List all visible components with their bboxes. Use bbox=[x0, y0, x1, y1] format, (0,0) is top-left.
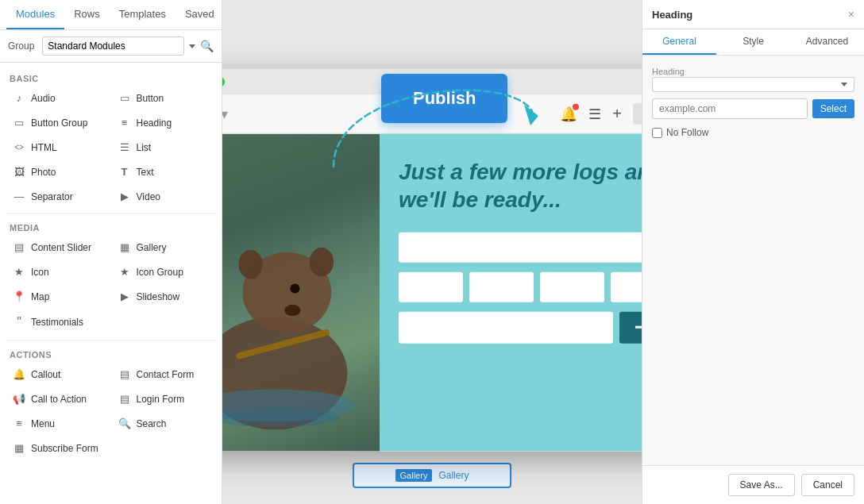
module-video[interactable]: ▶ Video bbox=[112, 185, 216, 208]
right-panel-close-button[interactable]: × bbox=[848, 8, 854, 21]
section-actions-label: Actions bbox=[0, 345, 222, 363]
popup-grid-cell-1[interactable] bbox=[399, 271, 463, 302]
module-separator-label: Separator bbox=[31, 191, 73, 202]
tab-general[interactable]: General bbox=[642, 29, 716, 55]
module-photo[interactable]: 🖼 Photo bbox=[6, 160, 110, 183]
list-view-icon[interactable]: ☰ bbox=[588, 105, 601, 122]
module-login-form-label: Login Form bbox=[137, 394, 185, 405]
gallery-bar-inner[interactable]: Gallery Gallery bbox=[353, 463, 511, 488]
group-chevron-icon bbox=[189, 44, 195, 48]
module-text[interactable]: T Text bbox=[112, 160, 216, 183]
popup-grid-cell-4[interactable] bbox=[611, 271, 642, 302]
module-testimonials[interactable]: " Testimonials bbox=[6, 310, 110, 335]
svg-point-7 bbox=[284, 304, 300, 315]
gallery-label: Gallery bbox=[438, 470, 469, 481]
save-as-button[interactable]: Save As... bbox=[728, 474, 795, 496]
publish-button[interactable]: Publish bbox=[381, 74, 507, 123]
divider-2 bbox=[6, 340, 215, 340]
module-slideshow[interactable]: ▶ Slideshow bbox=[112, 285, 216, 308]
module-icon[interactable]: ★ Icon bbox=[6, 260, 110, 283]
notification-bell[interactable]: 🔔 bbox=[560, 105, 577, 122]
submit-button-icon bbox=[635, 326, 642, 329]
subscribe-form-icon: ▦ bbox=[13, 442, 25, 454]
popup-grid-cell-2[interactable] bbox=[469, 271, 534, 302]
module-list-label: List bbox=[137, 142, 152, 153]
search-icon[interactable]: 🔍 bbox=[200, 40, 214, 52]
popup-window: 🦫 ▾ 🔔 ☰ + Done bbox=[222, 68, 642, 451]
module-audio[interactable]: ♪ Audio bbox=[6, 87, 110, 110]
group-label: Group bbox=[8, 40, 34, 52]
module-content-slider[interactable]: ▤ Content Slider bbox=[6, 236, 110, 259]
cancel-button[interactable]: Cancel bbox=[801, 474, 854, 496]
module-icon-group-label: Icon Group bbox=[137, 267, 183, 278]
url-field-row: Select bbox=[652, 98, 854, 119]
right-panel-title: Heading bbox=[652, 9, 692, 21]
module-menu[interactable]: ≡ Menu bbox=[6, 412, 110, 435]
module-map[interactable]: 📍 Map bbox=[6, 285, 110, 308]
module-menu-label: Menu bbox=[31, 418, 55, 429]
gallery-tag-label: Gallery bbox=[395, 469, 433, 482]
module-search-label: Search bbox=[137, 418, 167, 429]
popup-content: Just a few more logs and we'll be ready.… bbox=[222, 133, 642, 451]
right-panel-content: Heading Select No Follow bbox=[642, 56, 864, 465]
tab-rows[interactable]: Rows bbox=[64, 0, 110, 29]
module-photo-label: Photo bbox=[31, 167, 56, 178]
testimonials-icon: " bbox=[13, 315, 25, 329]
module-audio-label: Audio bbox=[31, 93, 56, 104]
tab-templates[interactable]: Templates bbox=[110, 0, 176, 29]
module-gallery[interactable]: ▦ Gallery bbox=[112, 236, 216, 259]
center-area: Publish 🦫 ▾ 🔔 ☰ + Done bbox=[222, 0, 642, 504]
popup-submit-input[interactable] bbox=[399, 311, 613, 343]
text-icon: T bbox=[118, 166, 131, 178]
module-icon-label: Icon bbox=[31, 267, 49, 278]
add-icon[interactable]: + bbox=[612, 105, 622, 123]
call-to-action-icon: 📢 bbox=[13, 393, 25, 405]
tab-style[interactable]: Style bbox=[716, 29, 790, 55]
menu-icon: ≡ bbox=[13, 417, 25, 429]
no-follow-checkbox[interactable] bbox=[652, 128, 662, 138]
module-callout[interactable]: 🔔 Callout bbox=[6, 363, 110, 386]
tab-saved[interactable]: Saved bbox=[176, 0, 224, 29]
select-button[interactable]: Select bbox=[812, 99, 854, 118]
module-login-form[interactable]: ▤ Login Form bbox=[112, 387, 216, 410]
actions-modules-grid: 🔔 Callout ▤ Contact Form 📢 Call to Actio… bbox=[0, 363, 222, 460]
right-panel: Heading × General Style Advanced Heading… bbox=[642, 0, 864, 504]
popup-submit-button[interactable] bbox=[619, 311, 642, 343]
popup-message: Just a few more logs and we'll be ready.… bbox=[399, 157, 642, 213]
module-call-to-action[interactable]: 📢 Call to Action bbox=[6, 387, 110, 410]
popup-input-1[interactable] bbox=[399, 232, 642, 262]
module-button[interactable]: ▭ Button bbox=[112, 87, 216, 110]
maximize-window-button[interactable] bbox=[222, 76, 225, 87]
module-heading[interactable]: ≡ Heading bbox=[112, 111, 216, 134]
gallery-bar: Gallery Gallery bbox=[222, 463, 642, 488]
section-basic-label: Basic bbox=[0, 69, 222, 87]
module-contact-form[interactable]: ▤ Contact Form bbox=[112, 363, 216, 386]
group-select[interactable]: Standard Modules bbox=[42, 37, 184, 56]
right-panel-header: Heading × bbox=[642, 0, 864, 29]
tab-advanced[interactable]: Advanced bbox=[790, 29, 864, 55]
gallery-icon: ▦ bbox=[118, 241, 131, 253]
done-button[interactable]: Done bbox=[633, 103, 642, 125]
module-button-group-label: Button Group bbox=[31, 117, 87, 129]
module-icon-group[interactable]: ★ Icon Group bbox=[112, 260, 216, 283]
topbar-dropdown-icon[interactable]: ▾ bbox=[222, 105, 228, 122]
login-form-icon: ▤ bbox=[118, 393, 131, 405]
module-list[interactable]: ☰ List bbox=[112, 136, 216, 159]
audio-icon: ♪ bbox=[13, 92, 25, 104]
module-search[interactable]: 🔍 Search bbox=[112, 412, 216, 435]
search-module-icon: 🔍 bbox=[118, 417, 131, 429]
basic-modules-grid: ♪ Audio ▭ Button ▭ Button Group ≡ Headin… bbox=[0, 87, 222, 208]
module-subscribe-form[interactable]: ▦ Subscribe Form bbox=[6, 437, 110, 460]
module-html[interactable]: <> HTML bbox=[6, 136, 110, 159]
heading-field-label: Heading bbox=[652, 67, 685, 76]
module-button-group[interactable]: ▭ Button Group bbox=[6, 111, 110, 134]
svg-point-6 bbox=[290, 283, 299, 293]
module-separator[interactable]: — Separator bbox=[6, 185, 110, 208]
popup-grid-cell-3[interactable] bbox=[540, 271, 604, 302]
icon-icon: ★ bbox=[13, 266, 25, 278]
right-panel-footer: Save As... Cancel bbox=[642, 465, 864, 504]
no-follow-row: No Follow bbox=[652, 127, 854, 138]
button-group-icon: ▭ bbox=[13, 117, 25, 129]
url-input[interactable] bbox=[652, 98, 808, 119]
tab-modules[interactable]: Modules bbox=[6, 0, 64, 29]
